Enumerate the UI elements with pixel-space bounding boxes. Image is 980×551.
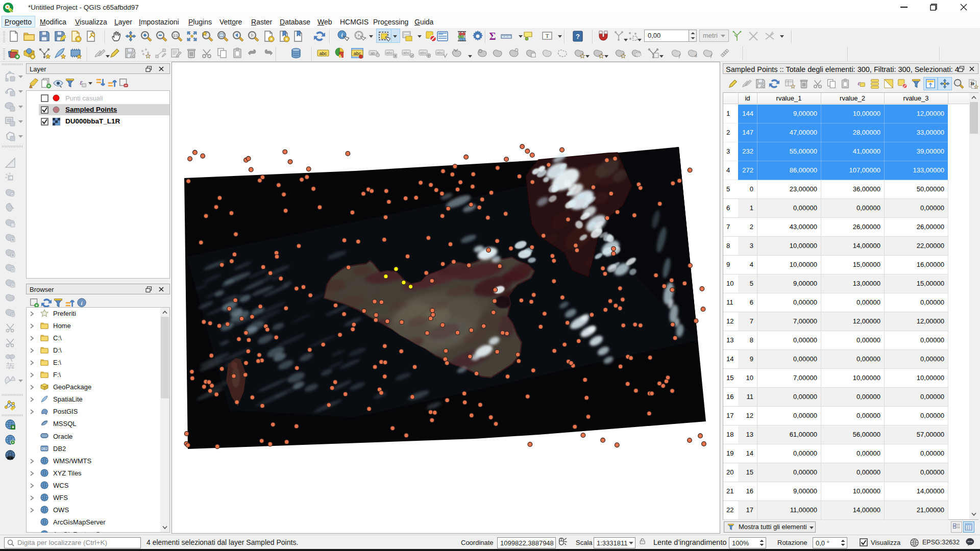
svg-text:Σ: Σ bbox=[489, 31, 496, 42]
svg-text:abc: abc bbox=[386, 51, 393, 55]
svg-text:abc: abc bbox=[437, 51, 444, 55]
svg-text:abc: abc bbox=[420, 51, 427, 55]
svg-text:DB2: DB2 bbox=[41, 447, 48, 450]
svg-text:d: d bbox=[695, 53, 697, 58]
svg-text:?: ? bbox=[576, 33, 580, 40]
svg-text:1:1: 1:1 bbox=[173, 34, 178, 37]
svg-text:abc: abc bbox=[320, 51, 327, 56]
svg-text:T: T bbox=[546, 33, 549, 39]
svg-text:abc: abc bbox=[403, 51, 410, 55]
svg-text:ab: ab bbox=[371, 51, 375, 56]
